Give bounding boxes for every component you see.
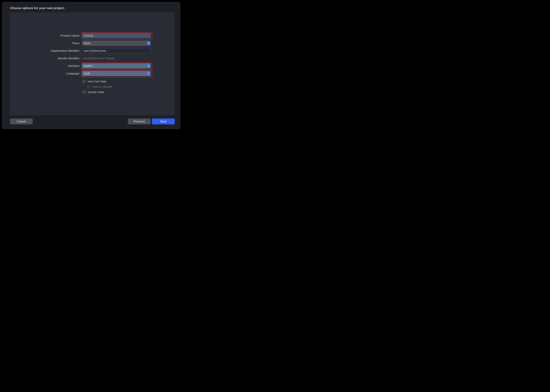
bundle-identifier-label: Bundle Identifier:: [10, 56, 80, 61]
team-value: None: [84, 42, 91, 45]
include-tests-label: Include Tests: [88, 91, 104, 94]
dialog-title: Choose options for your new project:: [10, 6, 65, 10]
product-name-value: Tutorial: [84, 34, 93, 37]
language-value: Swift: [84, 72, 90, 75]
use-core-data-label: Use Core Data: [88, 80, 106, 83]
button-bar: Cancel Previous Next: [10, 119, 175, 124]
interface-value: SwiftUI: [84, 64, 93, 68]
host-cloudkit-checkbox: [87, 85, 90, 89]
text-caret: [106, 49, 106, 53]
language-label: Language:: [10, 71, 80, 76]
interface-select[interactable]: SwiftUI: [82, 63, 151, 69]
form-panel: Product Name: Tutorial Team: None: [10, 12, 175, 115]
previous-button[interactable]: Previous: [128, 119, 150, 124]
org-identifier-input[interactable]: com.iOSDevLime: [82, 48, 151, 53]
include-tests-checkbox[interactable]: [82, 91, 86, 94]
new-project-options-dialog: Choose options for your new project: Pro…: [2, 2, 180, 129]
cancel-button[interactable]: Cancel: [10, 119, 33, 124]
updown-icon: [147, 42, 150, 45]
team-label: Team:: [10, 41, 80, 46]
form: Product Name: Tutorial Team: None: [10, 33, 175, 96]
product-name-input[interactable]: Tutorial: [82, 33, 151, 38]
org-identifier-label: Organization Identifier:: [10, 48, 80, 53]
interface-label: Interface:: [10, 63, 80, 69]
updown-icon: [147, 72, 150, 75]
use-core-data-checkbox[interactable]: [82, 80, 86, 83]
updown-icon: [147, 64, 150, 68]
product-name-label: Product Name:: [10, 33, 80, 38]
language-select[interactable]: Swift: [82, 71, 151, 76]
next-button[interactable]: Next: [152, 119, 175, 124]
bundle-identifier-value: com.iOSDevLime.Tutorial: [82, 56, 114, 61]
team-select[interactable]: None: [82, 41, 151, 46]
host-cloudkit-label: Host in CloudKit: [92, 85, 112, 88]
org-identifier-value: com.iOSDevLime: [84, 49, 106, 52]
